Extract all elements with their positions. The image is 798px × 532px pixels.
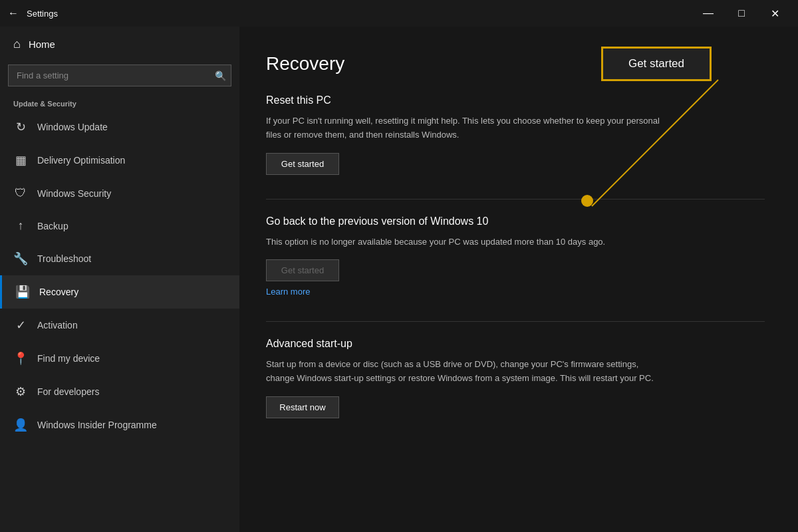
sidebar-section-label: Update & Security [0, 94, 239, 110]
recovery-icon: 💾 [15, 285, 30, 299]
windows-security-icon: 🛡 [13, 186, 28, 200]
sidebar-item-label: For developers [37, 386, 99, 397]
section-reset-desc: If your PC isn't running well, resetting… [266, 114, 665, 142]
section-go-back: Go back to the previous version of Windo… [266, 215, 765, 298]
content-area: Get started Recovery Reset this PC If yo… [239, 27, 798, 532]
search-input[interactable] [8, 65, 231, 86]
sidebar-item-label: Troubleshoot [37, 253, 91, 264]
title-bar: ← Settings — □ ✕ [0, 0, 798, 27]
for-developers-icon: ⚙ [13, 384, 28, 399]
goback-get-started-button[interactable]: Get started [266, 259, 339, 281]
activation-icon: ✓ [13, 318, 28, 332]
reset-get-started-button[interactable]: Get started [266, 153, 339, 175]
main-layout: ⌂ Home 🔍 Update & Security ↻ Windows Upd… [0, 27, 798, 532]
sidebar-item-label: Backup [37, 221, 68, 231]
divider-2 [266, 321, 765, 322]
divider-1 [266, 199, 765, 200]
backup-icon: ↑ [13, 219, 28, 233]
sidebar-item-label: Windows Security [37, 188, 111, 199]
sidebar-item-backup[interactable]: ↑ Backup [0, 209, 239, 242]
sidebar-item-windows-insider[interactable]: 👤 Windows Insider Programme [0, 408, 239, 442]
home-icon: ⌂ [13, 37, 21, 51]
back-button[interactable]: ← [8, 7, 19, 19]
section-advanced-startup: Advanced start-up Start up from a device… [266, 338, 765, 418]
learn-more-link[interactable]: Learn more [266, 287, 310, 297]
close-button[interactable]: ✕ [759, 3, 790, 24]
find-my-device-icon: 📍 [13, 351, 28, 366]
get-started-highlight-button[interactable]: Get started [603, 49, 710, 79]
annotation-dot [581, 195, 593, 207]
windows-insider-icon: 👤 [13, 418, 28, 432]
section-reset-title: Reset this PC [266, 94, 765, 106]
sidebar-item-troubleshoot[interactable]: 🔧 Troubleshoot [0, 242, 239, 275]
minimize-button[interactable]: — [693, 3, 724, 24]
sidebar-item-label: Activation [37, 320, 78, 331]
section-goback-desc: This option is no longer available becau… [266, 235, 665, 249]
sidebar-item-for-developers[interactable]: ⚙ For developers [0, 375, 239, 408]
sidebar-item-label: Windows Update [37, 122, 108, 132]
section-goback-title: Go back to the previous version of Windo… [266, 215, 765, 227]
sidebar-item-label: Delivery Optimisation [37, 155, 125, 166]
sidebar-item-delivery-optimisation[interactable]: ▦ Delivery Optimisation [0, 144, 239, 177]
window-controls: — □ ✕ [693, 3, 790, 24]
restart-now-button[interactable]: Restart now [266, 396, 339, 418]
sidebar-item-label: Find my device [37, 353, 100, 364]
section-advanced-title: Advanced start-up [266, 338, 765, 350]
sidebar-item-windows-security[interactable]: 🛡 Windows Security [0, 177, 239, 209]
sidebar-item-label: Windows Insider Programme [37, 420, 157, 430]
delivery-optimisation-icon: ▦ [13, 153, 28, 168]
search-box: 🔍 [8, 65, 231, 86]
sidebar-item-recovery[interactable]: 💾 Recovery [0, 275, 239, 309]
sidebar-item-windows-update[interactable]: ↻ Windows Update [0, 110, 239, 144]
maximize-button[interactable]: □ [726, 3, 757, 24]
sidebar-item-find-my-device[interactable]: 📍 Find my device [0, 342, 239, 375]
sidebar: ⌂ Home 🔍 Update & Security ↻ Windows Upd… [0, 27, 239, 532]
search-icon: 🔍 [215, 70, 226, 81]
section-reset-this-pc: Reset this PC If your PC isn't running w… [266, 94, 765, 175]
sidebar-item-label: Recovery [39, 287, 78, 297]
section-advanced-desc: Start up from a device or disc (such as … [266, 358, 665, 386]
app-title: Settings [27, 9, 58, 19]
windows-update-icon: ↻ [13, 120, 28, 134]
sidebar-home[interactable]: ⌂ Home [0, 27, 239, 62]
troubleshoot-icon: 🔧 [13, 251, 28, 266]
home-label: Home [29, 39, 55, 50]
sidebar-item-activation[interactable]: ✓ Activation [0, 309, 239, 342]
